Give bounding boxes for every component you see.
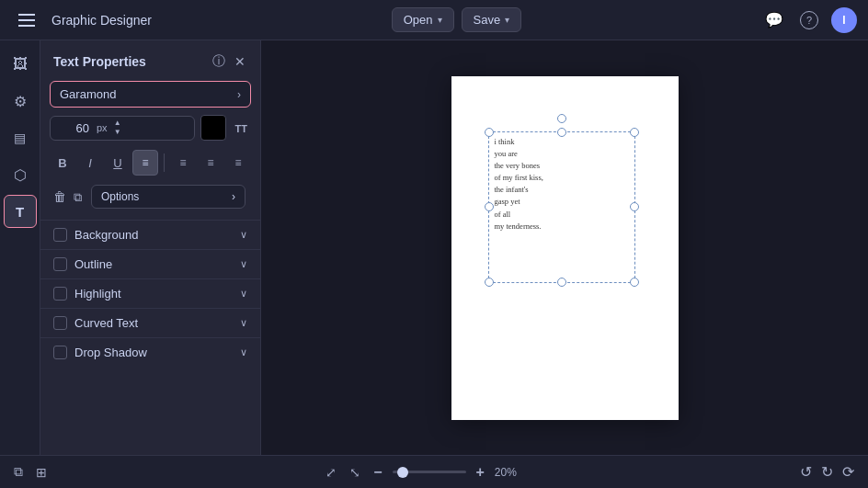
size-arrows: ▲ ▼ xyxy=(111,119,124,137)
zoom-out-button[interactable]: − xyxy=(371,461,384,483)
size-up-button[interactable]: ▲ xyxy=(111,119,124,128)
zoom-slider[interactable] xyxy=(393,471,466,473)
text-case-button[interactable]: TT xyxy=(232,116,251,140)
options-button[interactable]: Options › xyxy=(91,185,246,209)
bottombar-right: ↺ ↻ ⟳ xyxy=(797,460,857,483)
handle-bottom-left[interactable] xyxy=(485,278,494,287)
handle-bottom-center[interactable] xyxy=(557,278,566,287)
align-center-icon: ≡ xyxy=(179,156,186,169)
underline-button[interactable]: U xyxy=(105,150,131,176)
sections-list: Background ∨ Outline ∨ Highlight ∨ xyxy=(40,220,260,367)
handle-top-right[interactable] xyxy=(630,128,639,137)
rotate-handle[interactable] xyxy=(557,114,566,123)
section-outline[interactable]: Outline ∨ xyxy=(40,249,260,278)
resize-icon: ⤡ xyxy=(349,465,360,480)
adjust-tool-button[interactable]: ⚙ xyxy=(4,85,37,118)
font-size-input[interactable] xyxy=(51,117,97,140)
handle-top-left[interactable] xyxy=(485,128,494,137)
zoom-in-button[interactable]: + xyxy=(474,461,487,483)
justify-icon: ≡ xyxy=(234,156,241,169)
topbar-right: 💬 ? I xyxy=(761,7,857,33)
section-curved-text-left: Curved Text xyxy=(53,316,138,330)
curved-text-label: Curved Text xyxy=(74,316,138,330)
options-label: Options xyxy=(101,190,139,203)
highlight-chevron-icon: ∨ xyxy=(240,288,247,300)
font-selector[interactable]: Garamond › xyxy=(50,81,251,108)
resize-button[interactable]: ⤡ xyxy=(347,462,363,482)
delete-icon: 🗑 xyxy=(53,189,66,204)
highlight-checkbox[interactable] xyxy=(53,287,67,301)
background-label: Background xyxy=(74,228,138,242)
delete-button[interactable]: 🗑 xyxy=(50,186,70,208)
color-picker-button[interactable] xyxy=(200,115,226,141)
hamburger-menu-button[interactable] xyxy=(11,6,42,34)
images-tool-button[interactable]: 🖼 xyxy=(4,48,37,81)
text-tool-button[interactable]: T xyxy=(4,195,37,228)
section-background[interactable]: Background ∨ xyxy=(40,220,260,249)
history-button[interactable]: ⟳ xyxy=(839,460,857,483)
handle-mid-left[interactable] xyxy=(485,202,494,211)
align-left-icon: ≡ xyxy=(142,156,148,169)
justify-button[interactable]: ≡ xyxy=(225,150,251,176)
topbar-center: Open ▾ Save ▾ xyxy=(392,7,521,32)
highlight-label: Highlight xyxy=(74,287,121,301)
properties-panel: Text Properties ⓘ ✕ Garamond › px ▲ ▼ xyxy=(40,40,261,455)
layers-view-button[interactable]: ⧉ xyxy=(11,461,26,482)
section-drop-shadow[interactable]: Drop Shadow ∨ xyxy=(40,337,260,367)
panel-header: Text Properties ⓘ ✕ xyxy=(40,40,260,81)
open-label: Open xyxy=(404,13,433,27)
outline-chevron-icon: ∨ xyxy=(240,258,247,270)
save-button[interactable]: Save ▾ xyxy=(462,7,522,32)
avatar[interactable]: I xyxy=(831,7,857,33)
main-layout: 🖼 ⚙ ▤ ⬡ T Text Properties ⓘ ✕ Garamond › xyxy=(0,40,868,455)
format-separator xyxy=(164,153,165,172)
section-curved-text[interactable]: Curved Text ∨ xyxy=(40,308,260,337)
bottombar: ⧉ ⊞ ⤢ ⤡ − + 20% ↺ ↻ ⟳ xyxy=(0,455,868,488)
comment-button[interactable]: 💬 xyxy=(761,7,787,32)
size-color-row: px ▲ ▼ TT xyxy=(50,115,251,141)
panel-close-button[interactable]: ✕ xyxy=(233,52,247,71)
align-left-button[interactable]: ≡ xyxy=(132,150,158,176)
handle-bottom-right[interactable] xyxy=(630,278,639,287)
shapes-icon: ⬡ xyxy=(14,166,27,184)
size-down-button[interactable]: ▼ xyxy=(111,128,124,137)
text-case-icon: TT xyxy=(235,123,247,134)
italic-button[interactable]: I xyxy=(77,150,103,176)
grid-view-button[interactable]: ⊞ xyxy=(33,462,50,482)
topbar: Graphic Designer Open ▾ Save ▾ 💬 ? I xyxy=(0,0,868,40)
open-button[interactable]: Open ▾ xyxy=(392,7,454,32)
bold-button[interactable]: B xyxy=(50,150,75,176)
text-box[interactable]: i think you are the very bones of my fir… xyxy=(488,131,635,283)
font-size-input-wrap: px ▲ ▼ xyxy=(50,116,195,141)
help-button[interactable]: ? xyxy=(796,7,822,33)
outline-checkbox[interactable] xyxy=(53,257,67,271)
panel-info-button[interactable]: ⓘ xyxy=(211,51,227,72)
section-drop-shadow-left: Drop Shadow xyxy=(53,346,147,359)
fit-page-icon: ⤢ xyxy=(326,465,337,480)
section-highlight[interactable]: Highlight ∨ xyxy=(40,278,260,308)
redo-icon: ↻ xyxy=(821,463,833,481)
page: i think you are the very bones of my fir… xyxy=(451,76,679,420)
canvas-area[interactable]: i think you are the very bones of my fir… xyxy=(261,40,868,455)
fit-page-button[interactable]: ⤢ xyxy=(323,462,339,482)
align-right-button[interactable]: ≡ xyxy=(198,150,223,176)
actions-row: 🗑 ⧉ Options › xyxy=(50,185,251,209)
align-center-button[interactable]: ≡ xyxy=(170,150,196,176)
handle-mid-right[interactable] xyxy=(630,202,639,211)
save-label: Save xyxy=(474,13,501,27)
handle-top-center[interactable] xyxy=(557,128,566,137)
duplicate-button[interactable]: ⧉ xyxy=(70,186,86,209)
align-right-icon: ≡ xyxy=(207,156,213,169)
drop-shadow-checkbox[interactable] xyxy=(53,346,67,359)
undo-button[interactable]: ↺ xyxy=(797,460,815,483)
background-checkbox[interactable] xyxy=(53,228,67,242)
bottombar-left: ⧉ ⊞ xyxy=(11,461,50,482)
drop-shadow-label: Drop Shadow xyxy=(74,346,147,359)
redo-button[interactable]: ↻ xyxy=(818,460,836,483)
section-highlight-left: Highlight xyxy=(53,287,121,301)
adjust-icon: ⚙ xyxy=(14,93,27,110)
layers-tool-button[interactable]: ▤ xyxy=(4,121,37,154)
curved-text-checkbox[interactable] xyxy=(53,316,67,330)
shapes-tool-button[interactable]: ⬡ xyxy=(4,158,37,191)
background-chevron-icon: ∨ xyxy=(240,229,247,241)
